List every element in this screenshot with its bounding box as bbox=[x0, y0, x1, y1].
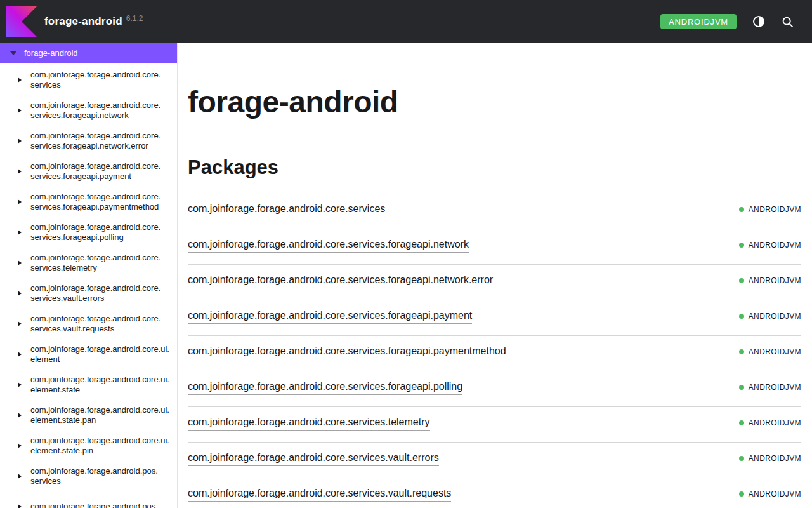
caret-right-icon[interactable] bbox=[18, 443, 22, 448]
package-row: com.joinforage.forage.android.core.servi… bbox=[188, 407, 801, 443]
sidebar-item[interactable]: com.joinforage.forage.android.core.servi… bbox=[18, 131, 177, 151]
sidebar-item-label: com.joinforage.forage.android.core.servi… bbox=[30, 314, 166, 334]
platform-tag: ANDROIDJVM bbox=[739, 276, 801, 285]
sidebar-item[interactable]: com.joinforage.forage.android.core.ui.el… bbox=[18, 344, 177, 364]
sidebar-item-label: com.joinforage.forage.android.core.servi… bbox=[30, 253, 166, 273]
platform-filter-button[interactable]: ANDROIDJVM bbox=[660, 14, 737, 29]
platform-dot-icon bbox=[739, 314, 744, 319]
sidebar-item[interactable]: com.joinforage.forage.android.core.servi… bbox=[18, 283, 177, 304]
package-link[interactable]: com.joinforage.forage.android.core.servi… bbox=[188, 239, 469, 253]
caret-right-icon[interactable] bbox=[18, 138, 22, 144]
package-link[interactable]: com.joinforage.forage.android.core.servi… bbox=[188, 345, 506, 359]
package-row: com.joinforage.forage.android.core.servi… bbox=[188, 229, 801, 265]
sidebar-item-label: com.joinforage.forage.android.pos.servic… bbox=[30, 466, 166, 486]
package-row: com.joinforage.forage.android.core.servi… bbox=[188, 478, 801, 508]
platform-tag: ANDROIDJVM bbox=[739, 205, 801, 214]
sidebar-item-forage-android[interactable]: forage-android bbox=[0, 43, 177, 63]
package-link[interactable]: com.joinforage.forage.android.core.servi… bbox=[188, 452, 439, 466]
caret-right-icon[interactable] bbox=[18, 260, 22, 265]
sidebar-item-label: com.joinforage.forage.android.core.ui.el… bbox=[30, 436, 166, 456]
sidebar-item-label: com.joinforage.forage.android.core.ui.el… bbox=[30, 344, 166, 364]
caret-right-icon[interactable] bbox=[18, 474, 22, 479]
sidebar-root-label: forage-android bbox=[24, 48, 78, 58]
package-link[interactable]: com.joinforage.forage.android.core.servi… bbox=[188, 488, 451, 502]
sidebar-item[interactable]: com.joinforage.forage.android.core.servi… bbox=[18, 100, 177, 121]
platform-tag: ANDROIDJVM bbox=[739, 418, 801, 427]
platform-dot-icon bbox=[739, 243, 744, 248]
packages-heading: Packages bbox=[188, 156, 801, 179]
kotlin-logo-icon bbox=[6, 6, 37, 37]
caret-right-icon[interactable] bbox=[18, 169, 22, 174]
package-row: com.joinforage.forage.android.core.servi… bbox=[188, 265, 801, 300]
platform-dot-icon bbox=[739, 278, 744, 283]
sidebar-item[interactable]: com.joinforage.forage.android.core.servi… bbox=[18, 70, 177, 90]
search-icon bbox=[781, 15, 794, 29]
platform-dot-icon bbox=[739, 420, 744, 425]
package-link[interactable]: com.joinforage.forage.android.core.servi… bbox=[188, 417, 430, 431]
sidebar-item[interactable]: com.joinforage.forage.android.core.servi… bbox=[18, 314, 177, 334]
platform-dot-icon bbox=[739, 385, 744, 390]
sidebar: forage-android com.joinforage.forage.and… bbox=[0, 43, 178, 508]
home-link[interactable]: forage-android 6.1.2 bbox=[6, 6, 143, 37]
caret-right-icon[interactable] bbox=[18, 352, 22, 357]
packages-table: com.joinforage.forage.android.core.servi… bbox=[188, 194, 801, 508]
sidebar-item-label: com.joinforage.forage.android.pos. bbox=[30, 502, 166, 508]
sidebar-item[interactable]: com.joinforage.forage.android.core.servi… bbox=[18, 253, 177, 273]
app-header: forage-android 6.1.2 ANDROIDJVM bbox=[0, 0, 812, 43]
page-layout: forage-android com.joinforage.forage.and… bbox=[0, 43, 812, 508]
sidebar-item[interactable]: com.joinforage.forage.android.pos. bbox=[18, 497, 177, 508]
package-row: com.joinforage.forage.android.core.servi… bbox=[188, 371, 801, 407]
sidebar-item-label: com.joinforage.forage.android.core.servi… bbox=[30, 161, 166, 182]
package-link[interactable]: com.joinforage.forage.android.core.servi… bbox=[188, 203, 385, 217]
platform-tag: ANDROIDJVM bbox=[739, 454, 801, 463]
caret-right-icon[interactable] bbox=[18, 413, 22, 418]
page-title: forage-android bbox=[188, 84, 801, 119]
library-name: forage-android bbox=[44, 15, 122, 28]
theme-toggle-button[interactable] bbox=[753, 16, 764, 27]
sidebar-item-label: com.joinforage.forage.android.core.ui.el… bbox=[30, 375, 166, 395]
theme-contrast-icon bbox=[753, 16, 764, 27]
caret-right-icon[interactable] bbox=[18, 199, 22, 204]
platform-dot-icon bbox=[739, 207, 744, 212]
package-row: com.joinforage.forage.android.core.servi… bbox=[188, 336, 801, 371]
sidebar-item[interactable]: com.joinforage.forage.android.core.ui.el… bbox=[18, 375, 177, 395]
sidebar-item[interactable]: com.joinforage.forage.android.core.ui.el… bbox=[18, 436, 177, 456]
platform-tag: ANDROIDJVM bbox=[739, 490, 801, 498]
caret-down-icon[interactable] bbox=[10, 51, 16, 55]
sidebar-item[interactable]: com.joinforage.forage.android.core.servi… bbox=[18, 161, 177, 182]
caret-right-icon[interactable] bbox=[18, 321, 22, 326]
caret-right-icon[interactable] bbox=[18, 291, 22, 296]
package-row: com.joinforage.forage.android.core.servi… bbox=[188, 300, 801, 336]
sidebar-item[interactable]: com.joinforage.forage.android.core.servi… bbox=[18, 192, 177, 212]
sidebar-item-label: com.joinforage.forage.android.core.servi… bbox=[30, 131, 166, 151]
sidebar-item-label: com.joinforage.forage.android.core.servi… bbox=[30, 70, 166, 90]
platform-dot-icon bbox=[739, 349, 744, 354]
platform-tag: ANDROIDJVM bbox=[739, 312, 801, 321]
package-row: com.joinforage.forage.android.core.servi… bbox=[188, 443, 801, 478]
package-row: com.joinforage.forage.android.core.servi… bbox=[188, 194, 801, 229]
main-content: forage-android Packages com.joinforage.f… bbox=[178, 43, 812, 508]
package-link[interactable]: com.joinforage.forage.android.core.servi… bbox=[188, 310, 472, 324]
package-link[interactable]: com.joinforage.forage.android.core.servi… bbox=[188, 381, 462, 395]
caret-right-icon[interactable] bbox=[18, 504, 22, 508]
caret-right-icon[interactable] bbox=[18, 230, 22, 235]
sidebar-item-label: com.joinforage.forage.android.core.servi… bbox=[30, 100, 166, 121]
library-version: 6.1.2 bbox=[126, 14, 143, 23]
header-controls: ANDROIDJVM bbox=[660, 14, 794, 29]
sidebar-item-label: com.joinforage.forage.android.core.servi… bbox=[30, 222, 166, 243]
caret-right-icon[interactable] bbox=[18, 382, 22, 387]
sidebar-item-label: com.joinforage.forage.android.core.servi… bbox=[30, 283, 166, 304]
platform-tag: ANDROIDJVM bbox=[739, 241, 801, 250]
caret-right-icon[interactable] bbox=[18, 108, 22, 113]
sidebar-item[interactable]: com.joinforage.forage.android.core.servi… bbox=[18, 222, 177, 243]
search-button[interactable] bbox=[781, 15, 794, 29]
sidebar-item[interactable]: com.joinforage.forage.android.core.ui.el… bbox=[18, 405, 177, 425]
platform-tag: ANDROIDJVM bbox=[739, 383, 801, 392]
sidebar-item[interactable]: com.joinforage.forage.android.pos.servic… bbox=[18, 466, 177, 486]
package-link[interactable]: com.joinforage.forage.android.core.servi… bbox=[188, 274, 493, 288]
sidebar-package-list: com.joinforage.forage.android.core.servi… bbox=[0, 63, 177, 508]
platform-dot-icon bbox=[739, 456, 744, 461]
platform-tag: ANDROIDJVM bbox=[739, 347, 801, 356]
caret-right-icon[interactable] bbox=[18, 77, 22, 83]
platform-dot-icon bbox=[739, 491, 744, 497]
